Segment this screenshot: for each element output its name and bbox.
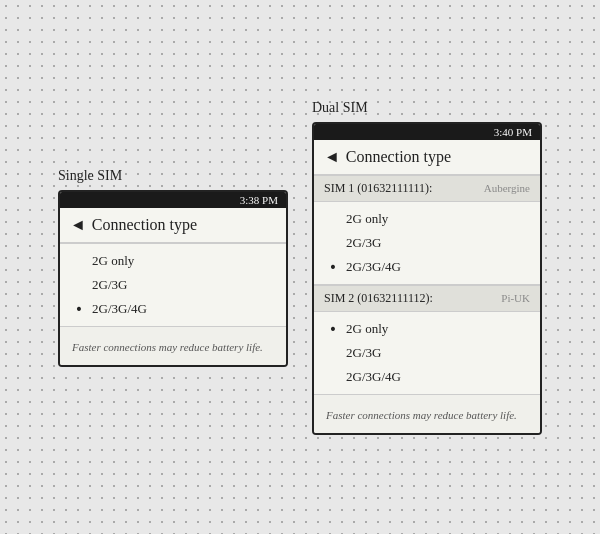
single-sim-label-2g3g: 2G/3G bbox=[92, 277, 127, 293]
dual-sim-back-arrow[interactable]: ◄ bbox=[324, 148, 340, 166]
sim1-header-text: SIM 1 (01632111111): bbox=[324, 181, 432, 196]
sim2-option-2g[interactable]: • 2G only bbox=[324, 318, 530, 340]
sim1-label-2g3g4g: 2G/3G/4G bbox=[346, 259, 401, 275]
single-sim-label: Single SIM bbox=[58, 168, 122, 184]
sim2-bullet-2g: • bbox=[328, 321, 338, 337]
sim2-bullet-2g3g4g bbox=[328, 369, 338, 385]
dual-sim-phone: 3:40 PM ◄ Connection type SIM 1 (0163211… bbox=[312, 122, 542, 435]
single-sim-info: Faster connections may reduce battery li… bbox=[72, 341, 263, 353]
sim2-header-text: SIM 2 (01632111112): bbox=[324, 291, 433, 306]
single-sim-bullet-2g bbox=[74, 253, 84, 269]
sim1-bullet-2g bbox=[328, 211, 338, 227]
sim2-label-2g: 2G only bbox=[346, 321, 388, 337]
sim1-bullet-2g3g bbox=[328, 235, 338, 251]
dual-sim-info-box: Faster connections may reduce battery li… bbox=[314, 395, 540, 433]
single-sim-option-2g[interactable]: 2G only bbox=[70, 250, 276, 272]
sim2-bullet-2g3g bbox=[328, 345, 338, 361]
single-sim-label-2g3g4g: 2G/3G/4G bbox=[92, 301, 147, 317]
sim2-sub-text: Pi-UK bbox=[501, 292, 530, 304]
dual-sim-title: Connection type bbox=[346, 148, 451, 166]
single-sim-option-2g3g4g[interactable]: • 2G/3G/4G bbox=[70, 298, 276, 320]
single-sim-bullet-2g3g bbox=[74, 277, 84, 293]
single-sim-options: 2G only 2G/3G • 2G/3G/4G bbox=[60, 244, 286, 327]
single-sim-title: Connection type bbox=[92, 216, 197, 234]
sim1-option-2g3g4g[interactable]: • 2G/3G/4G bbox=[324, 256, 530, 278]
sim2-option-2g3g4g[interactable]: 2G/3G/4G bbox=[324, 366, 530, 388]
dual-sim-status-bar: 3:40 PM bbox=[314, 124, 540, 140]
sim1-sub-text: Aubergine bbox=[484, 182, 530, 194]
sim1-option-2g[interactable]: 2G only bbox=[324, 208, 530, 230]
dual-sim-title-bar[interactable]: ◄ Connection type bbox=[314, 140, 540, 175]
single-sim-wrapper: Single SIM 3:38 PM ◄ Connection type 2G … bbox=[58, 168, 288, 367]
sim2-label-2g3g: 2G/3G bbox=[346, 345, 381, 361]
dual-sim-label: Dual SIM bbox=[312, 100, 368, 116]
sim1-options: 2G only 2G/3G • 2G/3G/4G bbox=[314, 202, 540, 285]
single-sim-status-bar: 3:38 PM bbox=[60, 192, 286, 208]
dual-sim-time: 3:40 PM bbox=[494, 126, 532, 138]
sim2-label-2g3g4g: 2G/3G/4G bbox=[346, 369, 401, 385]
single-sim-time: 3:38 PM bbox=[240, 194, 278, 206]
sim1-header: SIM 1 (01632111111): Aubergine bbox=[314, 175, 540, 202]
sim1-label-2g: 2G only bbox=[346, 211, 388, 227]
dual-sim-wrapper: Dual SIM 3:40 PM ◄ Connection type SIM 1… bbox=[312, 100, 542, 435]
single-sim-phone: 3:38 PM ◄ Connection type 2G only 2G/3G … bbox=[58, 190, 288, 367]
sim2-header: SIM 2 (01632111112): Pi-UK bbox=[314, 285, 540, 312]
sim1-option-2g3g[interactable]: 2G/3G bbox=[324, 232, 530, 254]
sim2-option-2g3g[interactable]: 2G/3G bbox=[324, 342, 530, 364]
single-sim-title-bar[interactable]: ◄ Connection type bbox=[60, 208, 286, 243]
sim2-options: • 2G only 2G/3G 2G/3G/4G bbox=[314, 312, 540, 395]
single-sim-info-box: Faster connections may reduce battery li… bbox=[60, 327, 286, 365]
single-sim-bullet-2g3g4g: • bbox=[74, 301, 84, 317]
sim1-bullet-2g3g4g: • bbox=[328, 259, 338, 275]
single-sim-label-2g: 2G only bbox=[92, 253, 134, 269]
single-sim-option-2g3g[interactable]: 2G/3G bbox=[70, 274, 276, 296]
dual-sim-info: Faster connections may reduce battery li… bbox=[326, 409, 517, 421]
sim1-label-2g3g: 2G/3G bbox=[346, 235, 381, 251]
single-sim-back-arrow[interactable]: ◄ bbox=[70, 216, 86, 234]
